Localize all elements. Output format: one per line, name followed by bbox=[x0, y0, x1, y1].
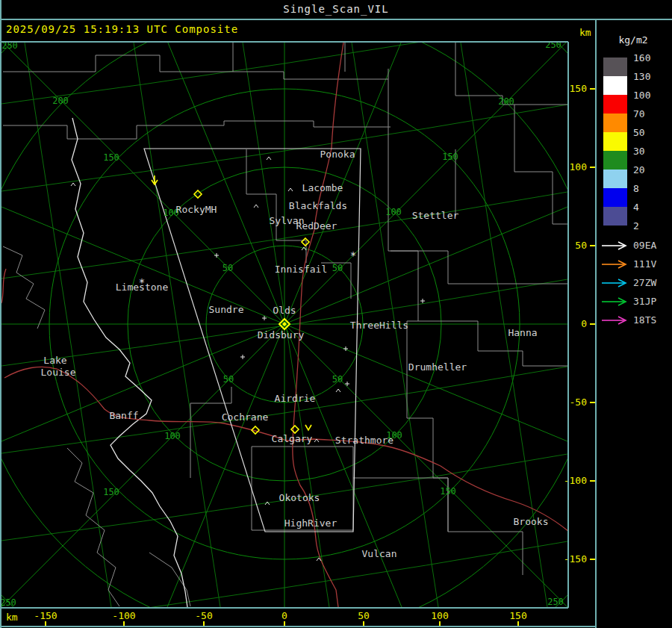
city-label-blackfalds: Blackfalds bbox=[289, 200, 347, 211]
x-tick-label: -50 bbox=[195, 610, 212, 621]
legend-value-70: 70 bbox=[633, 108, 645, 119]
y-tick-label: -100 bbox=[564, 475, 587, 486]
y-tick-label: 50 bbox=[575, 240, 587, 251]
legend-value-30: 30 bbox=[633, 146, 645, 157]
city-label-drumheller: Drumheller bbox=[408, 361, 467, 373]
y-tick-label: 100 bbox=[570, 161, 587, 172]
city-label-sundre: Sundre bbox=[209, 304, 244, 315]
city-labels: PonokaLacombeBlackfaldsSylvanRedDeerStet… bbox=[41, 149, 549, 559]
city-label-ponoka: Ponoka bbox=[320, 149, 355, 160]
city-label-stettler: Stettler bbox=[412, 210, 459, 221]
x-tick-label: -150 bbox=[34, 610, 57, 621]
radar-id-09EA: 09EA bbox=[633, 240, 656, 251]
range-ring-label: 150 bbox=[103, 152, 119, 163]
legend-value-20: 20 bbox=[633, 164, 645, 175]
city-label-cochrane: Cochrane bbox=[222, 411, 269, 423]
axes: -150-100-50050100150150100500-50-100-150… bbox=[6, 27, 595, 626]
radar-id-31JP: 31JP bbox=[633, 296, 656, 307]
town-caret-icon bbox=[267, 157, 271, 160]
radar-site-diamond-icon bbox=[302, 238, 309, 246]
x-tick-label: 50 bbox=[358, 610, 370, 621]
range-ring-label: 50 bbox=[223, 374, 234, 385]
legend-unit-title: kg/m2 bbox=[618, 34, 647, 46]
y-tick-label: -150 bbox=[564, 553, 587, 565]
city-label-didsbury: Didsbury bbox=[258, 329, 305, 341]
legend-swatch-50 bbox=[603, 132, 627, 151]
city-label-airdrie: Airdrie bbox=[275, 393, 316, 404]
legend-swatch-8 bbox=[603, 188, 627, 207]
town-caret-icon bbox=[254, 205, 258, 208]
range-ring-label: 50 bbox=[223, 263, 233, 273]
town-plus-icon bbox=[214, 253, 219, 258]
azimuth-spoke bbox=[0, 0, 654, 628]
y-tick-label: 0 bbox=[581, 318, 587, 329]
legend-swatch-130 bbox=[603, 76, 627, 95]
range-ring-label: 50 bbox=[332, 374, 343, 385]
city-label-okotoks: Okotoks bbox=[279, 492, 320, 503]
range-ring-label: 250 bbox=[0, 597, 16, 608]
city-label-threehills: ThreeHills bbox=[350, 320, 408, 331]
legend-swatch-4 bbox=[603, 207, 627, 226]
legend-value-100: 100 bbox=[633, 90, 650, 101]
city-label-reddeer: RedDeer bbox=[296, 220, 337, 231]
radar-id-18TS: 18TS bbox=[633, 314, 656, 326]
city-label-innisfail: Innisfail bbox=[275, 264, 327, 275]
range-ring-label: 250 bbox=[547, 597, 564, 607]
city-label-rockymh: RockyMH bbox=[176, 204, 217, 215]
azimuth-spoke bbox=[0, 0, 654, 628]
y-axis-unit-km: km bbox=[579, 27, 591, 38]
x-tick-label: 100 bbox=[431, 610, 448, 621]
town-caret-icon bbox=[288, 188, 293, 191]
range-ring-label: 150 bbox=[103, 487, 119, 497]
legend-value-160: 160 bbox=[633, 52, 650, 63]
radar-id-111V: 111V bbox=[633, 258, 656, 270]
legend-swatch-20 bbox=[603, 170, 627, 188]
legend-swatch-30 bbox=[603, 151, 627, 170]
x-tick-label: -100 bbox=[112, 610, 135, 621]
town-plus-icon bbox=[240, 355, 245, 359]
legend-swatch-160 bbox=[603, 57, 627, 76]
graticule-meridian bbox=[134, 43, 220, 607]
graticule-meridian bbox=[25, 43, 111, 607]
city-label-banff: Banff bbox=[109, 410, 138, 421]
x-tick-label: 150 bbox=[509, 610, 526, 621]
city-label-strathmore: Strathmore bbox=[335, 435, 393, 446]
town-plus-icon bbox=[420, 299, 425, 303]
y-tick-label: 150 bbox=[570, 83, 587, 94]
range-ring-label: 200 bbox=[498, 96, 514, 107]
city-label-calgary: Calgary bbox=[272, 433, 313, 444]
radar-map-canvas[interactable]: 5050505010010010010015015015015020020025… bbox=[0, 0, 672, 628]
city-label-lake: Lake bbox=[43, 355, 66, 366]
town-star-icon: * bbox=[139, 276, 145, 288]
legend-swatch-70 bbox=[603, 114, 627, 132]
legend-value-4: 4 bbox=[633, 202, 639, 213]
radar-site-diamond-icon bbox=[291, 426, 299, 433]
y-tick-label: -50 bbox=[570, 397, 587, 408]
city-label-brooks: Brooks bbox=[514, 516, 549, 527]
legend-value-130: 130 bbox=[633, 71, 650, 82]
town-caret-icon bbox=[71, 183, 75, 186]
city-label-hanna: Hanna bbox=[508, 327, 537, 338]
city-label-vulcan: Vulcan bbox=[362, 548, 397, 559]
legend-value-2: 2 bbox=[633, 220, 639, 231]
city-label-olds: Olds bbox=[273, 305, 296, 316]
radar-viewer-window: Single_Scan_VIL 2025/09/25 15:19:13 UTC … bbox=[0, 0, 672, 628]
range-ring-label: 100 bbox=[164, 431, 181, 441]
yellow-chevron-down-icon bbox=[305, 425, 311, 430]
range-ring-label: 150 bbox=[442, 152, 458, 162]
site-markers: ** bbox=[71, 157, 425, 561]
x-axis-unit-km: km bbox=[6, 612, 18, 623]
legend-swatch-100 bbox=[603, 95, 627, 114]
city-label-highriver: HighRiver bbox=[284, 517, 337, 529]
provincial-boundary bbox=[72, 118, 187, 607]
radar-id-27ZW: 27ZW bbox=[633, 277, 656, 288]
range-ring-label: 50 bbox=[332, 263, 343, 273]
town-caret-icon bbox=[336, 389, 340, 392]
town-star-icon: * bbox=[350, 249, 356, 261]
x-tick-label: 0 bbox=[281, 610, 287, 621]
legend-value-50: 50 bbox=[633, 127, 645, 138]
range-ring-label: 100 bbox=[385, 207, 402, 217]
range-ring-label: 200 bbox=[52, 96, 69, 106]
color-scale-legend: kg/m21601301007050302084209EA111V27ZW31J… bbox=[602, 34, 656, 326]
legend-value-8: 8 bbox=[633, 183, 639, 194]
